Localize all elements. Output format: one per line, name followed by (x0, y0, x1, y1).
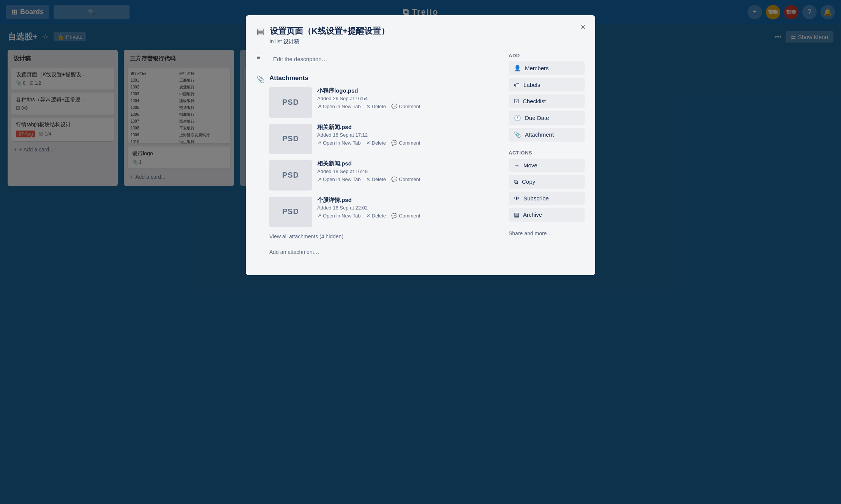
move-button[interactable]: → Move (509, 159, 585, 172)
checklist-button[interactable]: ☑ Checklist (509, 94, 585, 108)
attachment-sidebar-icon: 📎 (514, 131, 521, 138)
open-new-tab-link[interactable]: ↗ Open in New Tab (317, 104, 361, 109)
description-icon: ≡ (256, 54, 264, 61)
attachment-item: PSD 小程序logo.psd Added 26 Sep at 16:54 ↗ … (269, 87, 500, 118)
modal-close-button[interactable]: × (576, 20, 590, 34)
comment-icon: 💬 (391, 140, 397, 146)
move-icon: → (514, 162, 520, 169)
delete-icon: ✕ (366, 140, 370, 146)
attachment-thumbnail: PSD (269, 197, 312, 227)
attachment-item: PSD 相关新闻.psd Added 18 Sep at 17:12 ↗ Ope… (269, 124, 500, 154)
attachment-info: 相关新闻.psd Added 18 Sep at 17:12 ↗ Open in… (317, 124, 500, 146)
attachment-info: 个股详情.psd Added 16 Sep at 22:02 ↗ Open in… (317, 197, 500, 219)
archive-button[interactable]: ▤ Archive (509, 208, 585, 222)
delete-link[interactable]: ✕ Delete (366, 213, 386, 219)
comment-icon: 💬 (391, 213, 397, 219)
add-section: Add 👤 Members 🏷 Labels ☑ Checklist 🕐 (509, 53, 585, 142)
modal-sidebar: Add 👤 Members 🏷 Labels ☑ Checklist 🕐 (509, 53, 585, 265)
attachment-date: Added 26 Sep at 16:54 (317, 96, 500, 101)
modal-title-section: 设置页面（K线设置+提醒设置） in list 设计稿 (270, 26, 389, 45)
actions-section-title: Actions (509, 150, 585, 156)
attachment-button[interactable]: 📎 Attachment (509, 128, 585, 142)
view-all-attachments-link[interactable]: View all attachments (4 hidden) (269, 233, 343, 239)
attachment-name: 相关新闻.psd (317, 124, 500, 131)
attachments-content: Attachments PSD 小程序logo.psd Added 26 Sep… (269, 74, 500, 255)
modal-overlay[interactable]: × ▤ 设置页面（K线设置+提醒设置） in list 设计稿 ≡ Edit t… (0, 0, 841, 504)
attachments-section: 📎 Attachments PSD 小程序logo.psd Added 26 S… (256, 74, 500, 255)
attachment-icon: 📎 (256, 75, 264, 83)
copy-button[interactable]: ⧉ Copy (509, 175, 585, 189)
card-detail-modal: × ▤ 设置页面（K线设置+提醒设置） in list 设计稿 ≡ Edit t… (246, 15, 595, 275)
archive-icon: ▤ (514, 211, 519, 218)
attachment-date: Added 18 Sep at 16:49 (317, 169, 500, 174)
comment-link[interactable]: 💬 Comment (391, 104, 420, 109)
labels-button[interactable]: 🏷 Labels (509, 78, 585, 91)
open-new-tab-link[interactable]: ↗ Open in New Tab (317, 213, 361, 219)
due-date-button[interactable]: 🕐 Due Date (509, 111, 585, 125)
copy-icon: ⧉ (514, 178, 518, 185)
description-section: ≡ Edit the description… (256, 53, 500, 65)
attachment-info: 相关新闻.psd Added 18 Sep at 16:49 ↗ Open in… (317, 160, 500, 182)
delete-icon: ✕ (366, 213, 370, 219)
open-new-tab-link[interactable]: ↗ Open in New Tab (317, 140, 361, 146)
share-and-more-link[interactable]: Share and more… (509, 230, 552, 236)
list-link[interactable]: 设计稿 (283, 38, 299, 44)
attachment-item: PSD 个股详情.psd Added 16 Sep at 22:02 ↗ Ope… (269, 197, 500, 227)
description-content: Edit the description… (269, 53, 500, 65)
modal-title: 设置页面（K线设置+提醒设置） (270, 26, 389, 37)
add-section-title: Add (509, 53, 585, 58)
comment-link[interactable]: 💬 Comment (391, 213, 420, 219)
modal-main-content: ≡ Edit the description… 📎 Attachments PS… (256, 53, 500, 265)
attachment-date: Added 18 Sep at 17:12 (317, 132, 500, 138)
members-button[interactable]: 👤 Members (509, 61, 585, 75)
external-link-icon: ↗ (317, 213, 321, 219)
attachment-actions: ↗ Open in New Tab ✕ Delete 💬 (317, 176, 500, 182)
delete-link[interactable]: ✕ Delete (366, 140, 386, 146)
labels-icon: 🏷 (514, 82, 520, 88)
comment-link[interactable]: 💬 Comment (391, 176, 420, 182)
modal-body: ≡ Edit the description… 📎 Attachments PS… (256, 53, 585, 265)
attachment-name: 个股详情.psd (317, 197, 500, 204)
modal-subtitle: in list 设计稿 (270, 38, 389, 45)
add-attachment-link[interactable]: Add an attachment… (269, 249, 319, 255)
due-date-icon: 🕐 (514, 115, 521, 121)
attachment-date: Added 16 Sep at 22:02 (317, 205, 500, 211)
comment-link[interactable]: 💬 Comment (391, 140, 420, 146)
attachment-name: 相关新闻.psd (317, 160, 500, 167)
delete-link[interactable]: ✕ Delete (366, 104, 386, 109)
external-link-icon: ↗ (317, 140, 321, 146)
attachment-actions: ↗ Open in New Tab ✕ Delete 💬 (317, 104, 500, 109)
members-icon: 👤 (514, 65, 521, 72)
edit-description-button[interactable]: Edit the description… (269, 53, 500, 65)
comment-icon: 💬 (391, 104, 397, 109)
attachments-title: Attachments (269, 74, 500, 82)
external-link-icon: ↗ (317, 176, 321, 182)
actions-section: Actions → Move ⧉ Copy 👁 Subscribe ▤ (509, 150, 585, 222)
subscribe-icon: 👁 (514, 195, 520, 202)
attachment-actions: ↗ Open in New Tab ✕ Delete 💬 (317, 140, 500, 146)
open-new-tab-link[interactable]: ↗ Open in New Tab (317, 176, 361, 182)
delete-link[interactable]: ✕ Delete (366, 176, 386, 182)
delete-icon: ✕ (366, 176, 370, 182)
checklist-icon: ☑ (514, 98, 519, 105)
attachment-thumbnail: PSD (269, 160, 312, 191)
card-icon: ▤ (256, 27, 264, 36)
attachment-thumbnail: PSD (269, 87, 312, 118)
attachment-name: 小程序logo.psd (317, 87, 500, 94)
attachment-thumbnail: PSD (269, 124, 312, 154)
delete-icon: ✕ (366, 104, 370, 109)
comment-icon: 💬 (391, 176, 397, 182)
attachment-item: PSD 相关新闻.psd Added 18 Sep at 16:49 ↗ Ope… (269, 160, 500, 191)
subscribe-button[interactable]: 👁 Subscribe (509, 192, 585, 205)
modal-header: ▤ 设置页面（K线设置+提醒设置） in list 设计稿 (256, 26, 585, 45)
external-link-icon: ↗ (317, 104, 321, 109)
attachment-actions: ↗ Open in New Tab ✕ Delete 💬 (317, 213, 500, 219)
close-icon: × (581, 22, 586, 32)
attachment-info: 小程序logo.psd Added 26 Sep at 16:54 ↗ Open… (317, 87, 500, 109)
